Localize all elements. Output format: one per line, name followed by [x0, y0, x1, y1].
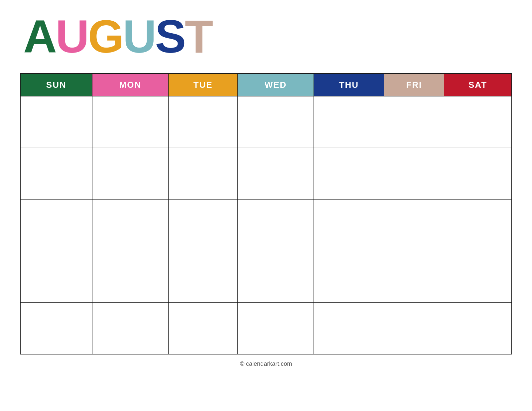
- calendar-row: [20, 148, 512, 200]
- day-header-wed: WED: [237, 73, 314, 96]
- calendar-cell[interactable]: [384, 303, 444, 354]
- calendar-cell[interactable]: [20, 148, 92, 200]
- calendar-cell[interactable]: [169, 251, 237, 303]
- calendar-cell[interactable]: [237, 96, 314, 148]
- calendar-cell[interactable]: [92, 303, 169, 354]
- calendar-cell[interactable]: [169, 96, 237, 148]
- calendar-cell[interactable]: [92, 148, 169, 200]
- calendar-cell[interactable]: [384, 148, 444, 200]
- calendar-cell[interactable]: [314, 303, 384, 354]
- calendar-cell[interactable]: [92, 251, 169, 303]
- title-letter-0: A: [23, 13, 56, 60]
- calendar-cell[interactable]: [20, 200, 92, 251]
- calendar-table: SUNMONTUEWEDTHUFRISAT: [20, 73, 512, 354]
- day-header-mon: MON: [92, 73, 169, 96]
- title-letter-3: U: [123, 13, 155, 60]
- calendar-cell[interactable]: [237, 148, 314, 200]
- calendar-row: [20, 303, 512, 354]
- calendar-cell[interactable]: [444, 200, 512, 251]
- title-letter-4: S: [155, 13, 185, 60]
- calendar-cell[interactable]: [237, 251, 314, 303]
- calendar-cell[interactable]: [314, 200, 384, 251]
- calendar-cell[interactable]: [169, 200, 237, 251]
- month-title: AUGUST: [20, 13, 512, 60]
- calendar-cell[interactable]: [20, 303, 92, 354]
- calendar-row: [20, 251, 512, 303]
- calendar-cell[interactable]: [237, 303, 314, 354]
- calendar-row: [20, 200, 512, 251]
- page-container: AUGUST SUNMONTUEWEDTHUFRISAT © calendark…: [20, 13, 512, 367]
- calendar-cell[interactable]: [169, 303, 237, 354]
- footer: © calendarkart.com: [20, 360, 512, 367]
- day-header-fri: FRI: [384, 73, 444, 96]
- calendar-cell[interactable]: [384, 251, 444, 303]
- day-header-thu: THU: [314, 73, 384, 96]
- calendar-cell[interactable]: [169, 148, 237, 200]
- calendar-cell[interactable]: [444, 148, 512, 200]
- title-letter-1: U: [56, 13, 88, 60]
- calendar-cell[interactable]: [444, 303, 512, 354]
- footer-text: © calendarkart.com: [240, 360, 292, 367]
- calendar-cell[interactable]: [444, 251, 512, 303]
- calendar-cell[interactable]: [92, 200, 169, 251]
- calendar-cell[interactable]: [314, 148, 384, 200]
- title-letter-2: G: [88, 13, 123, 60]
- calendar-row: [20, 96, 512, 148]
- calendar-cell[interactable]: [384, 96, 444, 148]
- calendar-cell[interactable]: [444, 96, 512, 148]
- calendar-cell[interactable]: [92, 96, 169, 148]
- calendar-cell[interactable]: [237, 200, 314, 251]
- calendar-cell[interactable]: [314, 96, 384, 148]
- calendar-cell[interactable]: [384, 200, 444, 251]
- day-header-sun: SUN: [20, 73, 92, 96]
- day-header-tue: TUE: [169, 73, 237, 96]
- calendar-cell[interactable]: [314, 251, 384, 303]
- day-header-sat: SAT: [444, 73, 512, 96]
- title-letter-5: T: [185, 13, 212, 60]
- calendar-cell[interactable]: [20, 96, 92, 148]
- calendar-cell[interactable]: [20, 251, 92, 303]
